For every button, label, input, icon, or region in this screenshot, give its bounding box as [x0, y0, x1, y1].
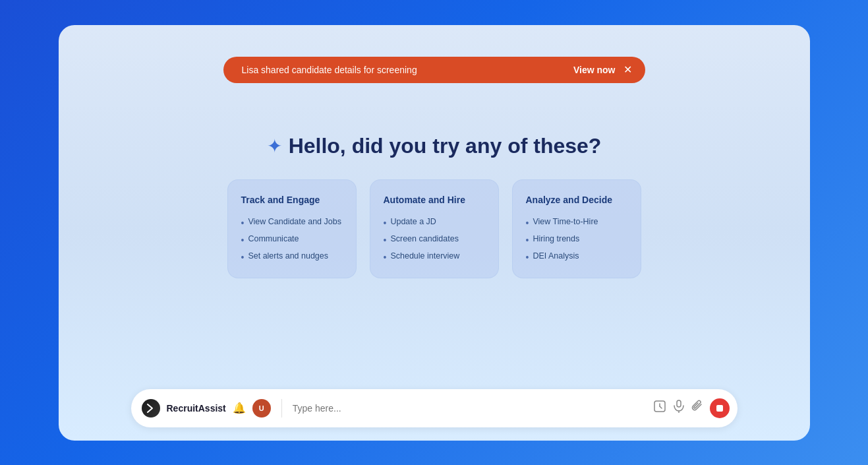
automate-hire-card[interactable]: Automate and Hire Update a JD Screen can…: [370, 179, 499, 279]
attachment-icon[interactable]: [691, 400, 703, 416]
card-3-item-3: DEI Analysis: [526, 251, 627, 263]
card-2-item-3: Schedule interview: [384, 251, 485, 263]
input-icons-group: [653, 398, 730, 418]
card-2-items: Update a JD Screen candidates Schedule i…: [384, 217, 485, 264]
track-engage-card[interactable]: Track and Engage View Candidate and Jobs…: [227, 179, 357, 279]
card-2-item-2: Screen candidates: [384, 234, 485, 246]
view-now-button[interactable]: View now: [573, 65, 616, 75]
brand-name-label: RecruitAssist: [167, 403, 226, 414]
card-1-item-3: Set alerts and nudges: [241, 251, 343, 263]
notification-actions: View now ✕: [573, 65, 632, 75]
card-3-items: View Time-to-Hire Hiring trends DEI Anal…: [526, 217, 627, 264]
notification-message: Lisa shared candidate details for screen…: [242, 65, 417, 75]
card-1-title: Track and Engage: [241, 195, 343, 205]
card-2-item-1: Update a JD: [384, 217, 485, 229]
user-avatar[interactable]: U: [252, 399, 271, 418]
chat-input[interactable]: [282, 403, 653, 414]
content-area: ✦ Hello, did you try any of these? Track…: [59, 25, 810, 441]
notification-bar: Lisa shared candidate details for screen…: [223, 57, 645, 83]
bell-icon[interactable]: 🔔: [233, 402, 246, 414]
analyze-decide-card[interactable]: Analyze and Decide View Time-to-Hire Hir…: [512, 179, 641, 279]
input-bar: RecruitAssist 🔔 U: [131, 389, 738, 427]
sparkle-icon: ✦: [267, 135, 282, 157]
brand-area: RecruitAssist 🔔 U: [142, 399, 282, 418]
card-1-item-1: View Candidate and Jobs: [241, 217, 343, 229]
card-3-item-1: View Time-to-Hire: [526, 217, 627, 229]
svg-rect-3: [677, 400, 681, 407]
card-1-items: View Candidate and Jobs Communicate Set …: [241, 217, 343, 264]
card-2-title: Automate and Hire: [384, 195, 485, 205]
svg-line-2: [660, 406, 662, 408]
stop-icon: [716, 405, 723, 412]
stop-button[interactable]: [710, 398, 730, 418]
close-notification-icon[interactable]: ✕: [623, 65, 632, 75]
feature-cards-row: Track and Engage View Candidate and Jobs…: [227, 179, 641, 279]
brand-logo-icon: [142, 399, 160, 418]
card-3-item-2: Hiring trends: [526, 234, 627, 246]
timer-icon[interactable]: [653, 400, 666, 416]
microphone-icon[interactable]: [673, 400, 685, 416]
greeting-section: ✦ Hello, did you try any of these?: [267, 134, 602, 158]
main-card: Lisa shared candidate details for screen…: [59, 25, 810, 441]
greeting-heading: Hello, did you try any of these?: [289, 134, 602, 158]
card-1-item-2: Communicate: [241, 234, 343, 246]
card-3-title: Analyze and Decide: [526, 195, 627, 205]
